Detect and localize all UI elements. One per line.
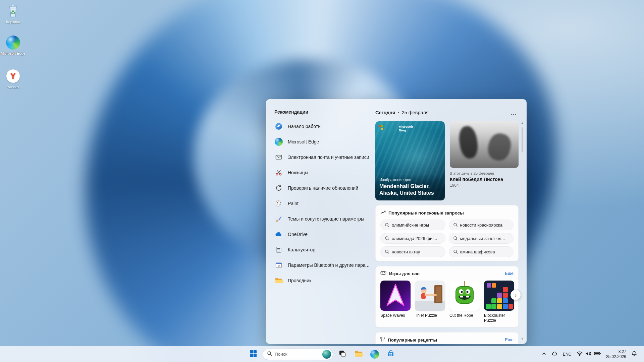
quick-settings-button[interactable]	[574, 348, 603, 360]
task-view-button[interactable]	[336, 348, 349, 361]
game-tile-space-waves[interactable]: Space Waves	[380, 281, 411, 323]
on-this-day-kicker: В этот день в 25 февраля	[450, 171, 519, 175]
search-chip[interactable]: новости красноярска	[449, 220, 514, 230]
game-tile-label: Thief Puzzle	[415, 313, 445, 318]
start-button[interactable]	[247, 348, 260, 361]
search-icon	[267, 351, 272, 357]
search-input[interactable]	[275, 352, 314, 357]
chip-label: новости красноярска	[460, 223, 503, 228]
recipes-card: Популярные рецепты Еще	[375, 332, 519, 344]
bing-brand-label: Microsoft Bing	[399, 125, 417, 132]
recommendation-label: Paint	[288, 201, 299, 206]
bing-caption: Изображение дня Mendenhall Glacier, Alas…	[375, 174, 445, 200]
search-chip[interactable]: олимпийские игры	[380, 220, 445, 230]
recommendation-label: Microsoft Edge	[288, 139, 319, 144]
microsoft-store-button[interactable]	[384, 348, 397, 361]
desktop-icon-recycle-bin[interactable]: Корзина	[1, 3, 25, 24]
game-tile-thief-puzzle[interactable]: Thief Puzzle	[415, 281, 445, 323]
scissors-icon	[274, 168, 283, 177]
game-tile-label: Space Waves	[380, 313, 411, 318]
tray-overflow-button[interactable]	[539, 348, 549, 360]
clock-button[interactable]: 8:27 25.02.2026	[604, 349, 629, 359]
recommendation-label: Проводник	[288, 278, 311, 283]
recommendation-label: Параметры Bluetooth и другие пара...	[288, 262, 369, 268]
search-chip[interactable]: медальный зачет ол...	[449, 233, 514, 244]
recommendation-item-edge[interactable]: Microsoft Edge	[272, 134, 372, 149]
volume-icon	[585, 350, 592, 358]
desktop: Корзина Microsoft Edge Y Yandex Рекоменд…	[0, 0, 644, 362]
recommendation-label: Ножницы	[288, 170, 308, 175]
system-tray: ENG 8:27 25.02.2026	[539, 346, 643, 362]
on-this-day-card[interactable]: В этот день в 25 февраля Клей победил Ли…	[450, 121, 519, 200]
recommendation-item-paint[interactable]: Paint	[272, 196, 372, 211]
scrollbar[interactable]: ▲ ▼	[520, 121, 525, 341]
task-view-icon	[338, 350, 346, 359]
edge-icon	[5, 35, 21, 50]
desktop-icon-edge[interactable]: Microsoft Edge	[1, 35, 25, 56]
cloud-icon	[551, 350, 558, 358]
language-label: ENG	[563, 352, 572, 357]
image-of-the-day-card[interactable]: Microsoft Bing Изображение дня Mendenhal…	[375, 121, 445, 200]
calculator-icon	[274, 245, 283, 254]
search-icon	[385, 236, 389, 241]
recommendation-label: Проверить наличие обновлений	[288, 185, 358, 191]
desktop-icon-label: Yandex	[7, 85, 19, 89]
recommendations-column: Рекомендации Начало работы Microsoft Edg…	[274, 109, 372, 288]
search-chip[interactable]: олимпиада 2026 фиг...	[380, 233, 445, 244]
games-card: Игры для вас Еще Space Waves Thie	[375, 266, 519, 327]
scroll-up-button[interactable]: ▲	[520, 121, 525, 124]
trending-title: Популярные поисковые запросы	[388, 210, 464, 216]
recommendation-item-getting-started[interactable]: Начало работы	[272, 119, 372, 134]
desktop-icon-label: Microsoft Edge	[1, 51, 25, 56]
recommendation-item-snipping-tool[interactable]: Ножницы	[272, 165, 372, 180]
recipes-more-link[interactable]: Еще	[505, 338, 514, 342]
recommendation-item-explorer[interactable]: Проводник	[272, 273, 372, 288]
taskbar-search[interactable]	[263, 349, 333, 360]
scroll-down-button[interactable]: ▼	[520, 338, 525, 341]
wifi-icon	[576, 350, 583, 358]
desktop-icon-yandex[interactable]: Y Yandex	[1, 68, 25, 89]
bell-icon	[631, 351, 637, 358]
recommendation-item-mail[interactable]: Электронная почта и учетные записи	[272, 149, 372, 165]
games-more-link[interactable]: Еще	[505, 271, 514, 276]
onedrive-tray-button[interactable]	[549, 348, 560, 360]
game-tile-label: Cut the Rope	[449, 313, 480, 318]
chip-label: олимпиада 2026 фиг...	[392, 236, 437, 241]
search-chip[interactable]: амина шафикова	[449, 246, 514, 257]
recommendation-item-themes[interactable]: Темы и сопутствующие параметры	[272, 211, 372, 227]
thief-puzzle-thumbnail	[415, 281, 445, 311]
recommendations-title: Рекомендации	[274, 109, 372, 115]
recommendation-item-calculator[interactable]: Калькулятор	[272, 242, 372, 257]
bing-daily-image-orb[interactable]	[322, 350, 331, 359]
chip-label: амина шафикова	[460, 249, 495, 254]
notification-button[interactable]	[629, 348, 639, 360]
game-tile-cut-the-rope[interactable]: Cut the Rope	[449, 281, 480, 323]
trending-searches-card: Популярные поисковые запросы олимпийские…	[375, 205, 519, 261]
game-tile-blockbuster-puzzle[interactable]: Blockbuster Puzzle	[484, 281, 514, 323]
language-button[interactable]: ENG	[561, 348, 574, 360]
file-explorer-button[interactable]	[352, 348, 365, 361]
chip-label: новости актау	[392, 249, 420, 254]
trending-chips: олимпийские игры новости красноярска оли…	[380, 220, 514, 257]
trending-header: Популярные поисковые запросы	[380, 209, 514, 216]
recommendation-label: Калькулятор	[288, 247, 315, 252]
feed-top-cards: Microsoft Bing Изображение дня Mendenhal…	[375, 121, 519, 200]
carousel-next-button[interactable]: ›	[511, 290, 521, 300]
feed-column: Сегодня • 25 февраля … Microsoft Bing Из…	[375, 109, 519, 344]
feed-header: Сегодня • 25 февраля …	[375, 109, 519, 116]
brush-icon	[274, 215, 283, 223]
recommendation-item-check-updates[interactable]: Проверить наличие обновлений	[272, 180, 372, 196]
show-desktop-button[interactable]	[640, 346, 642, 362]
widgets-panel: Рекомендации Начало работы Microsoft Edg…	[266, 99, 527, 344]
recommendation-label: Электронная почта и учетные записи	[288, 155, 369, 160]
search-icon	[453, 236, 458, 241]
paint-palette-icon	[274, 199, 283, 208]
scrollbar-thumb[interactable]	[522, 127, 523, 152]
recommendation-item-onedrive[interactable]: OneDrive	[272, 227, 372, 242]
games-header: Игры для вас Еще	[380, 270, 514, 277]
recommendation-item-bluetooth-settings[interactable]: Параметры Bluetooth и другие пара...	[272, 257, 372, 273]
edge-button[interactable]	[368, 348, 381, 361]
feed-more-button[interactable]: …	[508, 110, 519, 115]
search-chip[interactable]: новости актау	[380, 246, 445, 257]
feed-today-label: Сегодня	[375, 110, 395, 115]
